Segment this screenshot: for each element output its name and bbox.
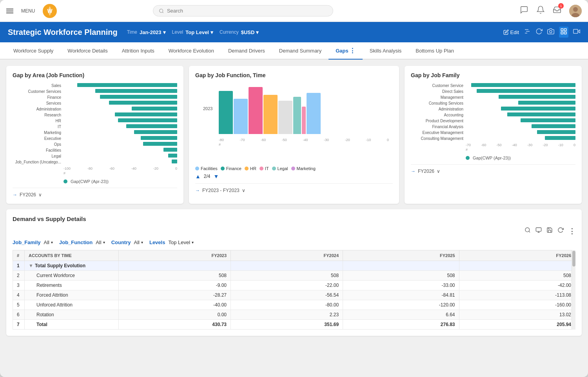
row-value: 351.69 [231,320,343,330]
level-filter-value[interactable]: Top Level ▾ [185,29,213,35]
edit-button[interactable]: Edit [503,29,519,35]
table-row: 5Unforced Attrition-40.00-80.00-120.00-1… [13,300,575,310]
menu-button[interactable] [6,9,13,13]
bar-label: Customer Service [411,83,466,88]
chat-icon[interactable] [520,5,528,16]
time-filter[interactable]: Time Jan-2023 ▾ [127,29,166,35]
search-input[interactable] [167,8,327,14]
tab-demand-summary[interactable]: Demand Summary [272,42,328,60]
chart3-footer[interactable]: → FY2026 ∨ [411,164,575,174]
bar-row: Direct Sales [411,89,575,94]
demand-supply-table-card: Demand vs Supply Details [6,209,582,336]
row-value: 2.23 [231,310,343,320]
row-value [231,261,343,271]
row-num: 2 [13,271,25,281]
bar-row: Management [411,95,575,100]
tab-workforce-supply[interactable]: Workforce Supply [6,42,60,60]
chart2-pagination: ▲ 2/4 ▼ [195,173,393,179]
currency-filter-value[interactable]: $USD ▾ [241,29,259,35]
filter-icon[interactable] [524,28,531,36]
row-value: 276.83 [343,320,459,330]
menu-label: MENU [21,8,35,14]
avatar[interactable] [569,5,582,17]
svg-rect-13 [564,32,566,34]
notification-icon[interactable] [536,5,545,16]
bar-label: Administration [411,107,466,111]
row-value: -9.00 [119,281,231,290]
bar-fill [172,160,178,163]
camera-icon[interactable] [547,28,554,36]
bar-row: Marketing [13,130,177,135]
bar-container [466,83,575,88]
filter-levels[interactable]: Levels Top Level ▾ [149,239,194,245]
row-label: Total [25,320,119,330]
charts-row: Gap by Area (Job Function) SalesCustomer… [6,66,582,204]
row-value [119,261,231,271]
chart1-footer[interactable]: → FY2026 ∨ [13,188,177,198]
table-scroll-area[interactable]: # ACCOUNTS BY TIME FY2023 FY2024 FY2025 … [13,250,575,330]
filter-country[interactable]: Country All ▾ [111,239,143,245]
col-fy2023: FY2023 [119,250,231,261]
reset-tool-icon[interactable] [557,227,564,236]
chart2-footer[interactable]: → FY2023 - FY2023 ∨ [195,183,393,193]
bar-fill [521,118,575,122]
chart3-legend-label: Gap(CWP (Apr-23)) [473,156,511,160]
export-tool-icon[interactable] [535,227,542,236]
filter-job-family[interactable]: Job_Family All ▾ [13,239,53,245]
col-fy2026: FY2026 [459,250,575,261]
bar-label: Administration [13,107,64,111]
save-tool-icon[interactable] [546,227,553,236]
row-value: 508 [119,271,231,281]
page-header: Strategic Workforce Planning Time Jan-20… [0,22,588,42]
bar-row: Executive Management [411,130,575,135]
pag-down-icon[interactable]: ▼ [214,173,219,179]
refresh-icon[interactable] [535,28,543,36]
bar-row: Executive [13,136,177,141]
scrollbar[interactable] [572,250,575,330]
more-tool-icon[interactable]: ⋮ [568,227,575,236]
tab-skills-analysis[interactable]: Skills Analysis [363,42,409,60]
inbox-icon[interactable]: 1 [553,5,561,16]
legend-hr: HR [245,166,256,171]
row-value: 508 [231,271,343,281]
header-actions: Edit [503,27,580,38]
col-num: # [13,250,25,261]
bar-label: Executive Management [411,130,466,135]
video-icon[interactable] [573,28,580,36]
bar-container [64,154,177,158]
row-label: Rotation [25,310,119,320]
row-value: -33.00 [343,281,459,290]
search-tool-icon[interactable] [524,227,531,236]
scrollbar-thumb[interactable] [572,251,575,266]
tab-demand-drivers[interactable]: Demand Drivers [221,42,272,60]
bar-container [466,136,575,141]
bar-fill [109,101,177,105]
row-num: 1 [13,261,25,271]
chart2-axis-label: # [195,143,393,147]
bar-container [466,130,575,135]
bar-container [64,107,177,111]
tab-gaps[interactable]: Gaps ⋮ [328,42,363,60]
currency-filter[interactable]: Currency $USD ▾ [220,29,259,35]
bar-fill [95,89,177,93]
svg-point-4 [573,7,578,12]
search-bar[interactable] [153,5,333,16]
grid-icon[interactable] [559,27,568,38]
tab-attrition-inputs[interactable]: Attrition Inputs [115,42,162,60]
level-filter-label: Level [172,29,183,35]
bar-label: IT [13,125,64,129]
filter-job-function[interactable]: Job_Function All ▾ [59,239,105,245]
bar-label: Direct Sales [411,89,466,94]
bar-container [64,118,177,123]
tab-workforce-details[interactable]: Workforce Details [60,42,114,60]
pag-up-icon[interactable]: ▲ [195,173,201,179]
tab-bottoms-up-plan[interactable]: Bottoms Up Plan [408,42,461,60]
chart3-bars: Customer ServiceDirect SalesManagementCo… [411,83,575,141]
bar-segment-4 [263,95,278,134]
col-fy2025: FY2025 [343,250,459,261]
time-filter-value[interactable]: Jan-2023 ▾ [140,29,166,35]
bar-label: Management [411,95,466,100]
tab-workforce-evolution[interactable]: Workforce Evolution [162,42,221,60]
tab-dots: ⋮ [349,47,356,54]
level-filter[interactable]: Level Top Level ▾ [172,29,213,35]
